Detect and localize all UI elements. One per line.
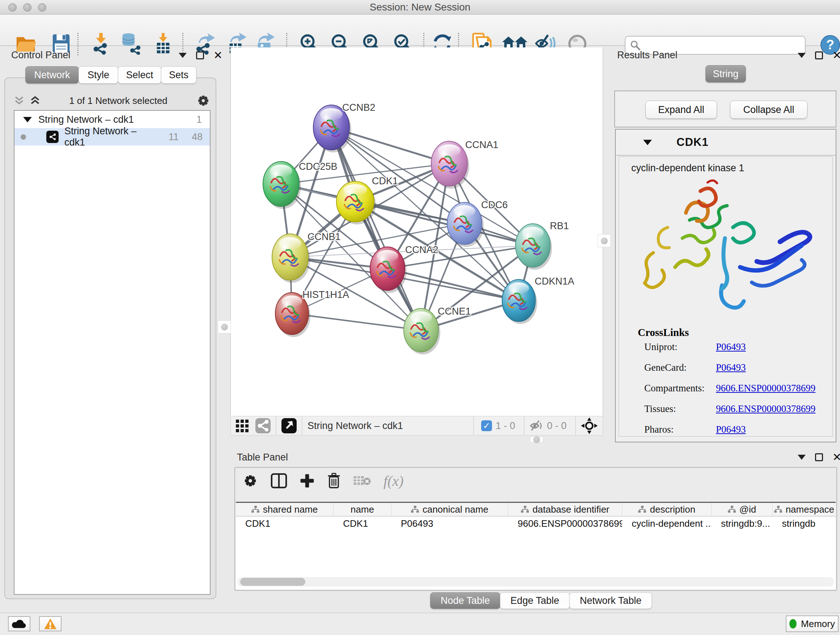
status-bar: Memory — [0, 613, 840, 635]
add-column-icon[interactable] — [300, 473, 315, 488]
show-columns-icon[interactable] — [271, 473, 287, 489]
network-edge-HIST1H1A-CCNE1[interactable] — [292, 314, 421, 330]
tissues-link[interactable]: 9606.ENSP00000378699 — [716, 403, 815, 415]
search-input[interactable] — [641, 40, 805, 51]
uniprot-link[interactable]: P06493 — [716, 341, 746, 353]
network-selection-bar: 1 of 1 Network selected — [14, 91, 210, 110]
cloud-button[interactable] — [8, 616, 30, 631]
table-row[interactable]: CDK1 CDK1 P06493 9606.ENSP00000378699 cy… — [236, 516, 836, 531]
import-table-icon[interactable] — [152, 32, 174, 55]
birdseye-view-icon[interactable] — [235, 418, 249, 433]
protein-name: CDK1 — [676, 136, 708, 149]
close-panel-icon[interactable]: ✕ — [213, 51, 223, 59]
fit-selected-crosshair-icon[interactable] — [581, 417, 598, 434]
node-label-CCNA2: CCNA2 — [405, 244, 439, 255]
column-header[interactable]: shared name — [236, 503, 333, 516]
network-row[interactable]: String Network – cdk1 11 48 — [14, 128, 210, 146]
search-icon — [630, 40, 641, 51]
pharos-link[interactable]: P06493 — [716, 424, 746, 435]
network-node-CCNA2[interactable] — [370, 247, 407, 293]
scrollbar-thumb[interactable] — [240, 578, 305, 586]
tab-select[interactable]: Select — [118, 66, 161, 84]
genecard-link[interactable]: P06493 — [716, 362, 746, 373]
tab-network[interactable]: Network — [25, 66, 79, 84]
node-label-CDC6: CDC6 — [481, 200, 508, 211]
string-share-icon[interactable] — [256, 418, 271, 433]
crosslink-row: Pharos: P06493 — [644, 424, 832, 435]
delete-table-icon[interactable] — [353, 474, 371, 488]
network-node-CDC6[interactable] — [447, 203, 484, 247]
node-count: 11 — [158, 131, 179, 143]
tab-style[interactable]: Style — [79, 66, 118, 84]
protein-description: cyclin-dependent kinase 1 — [619, 157, 832, 174]
crosslink-row: Compartments: 9606.ENSP00000378699 — [644, 383, 832, 394]
column-header[interactable]: namespace — [773, 503, 836, 516]
results-panel-title: Results Panel — [617, 50, 677, 61]
network-node-RB1[interactable] — [515, 224, 552, 270]
float-panel-icon[interactable] — [179, 53, 187, 58]
float-panel-icon[interactable] — [798, 455, 806, 460]
network-node-CDK1[interactable] — [336, 181, 376, 225]
column-header[interactable]: @id — [712, 503, 772, 516]
crosslink-label: GeneCard: — [644, 362, 716, 373]
compartments-link[interactable]: 9606.ENSP00000378699 — [716, 383, 815, 394]
expand-all-button[interactable]: Expand All — [645, 101, 717, 119]
import-network-from-database-icon[interactable] — [119, 32, 142, 55]
right-splitter-handle[interactable] — [598, 234, 611, 247]
disclosure-triangle-icon[interactable] — [23, 117, 32, 122]
horizontal-scrollbar[interactable] — [237, 577, 834, 586]
tab-edge-table[interactable]: Edge Table — [500, 592, 570, 609]
maximize-panel-icon[interactable] — [196, 51, 204, 59]
horizontal-splitter-handle[interactable] — [530, 437, 543, 442]
column-header[interactable]: name — [333, 503, 392, 516]
node-label-CDK1: CDK1 — [372, 176, 398, 187]
tab-node-table[interactable]: Node Table — [430, 592, 500, 609]
network-node-CDKN1A[interactable] — [502, 279, 537, 324]
table-gear-icon[interactable] — [242, 473, 258, 489]
protein-structure-image — [632, 177, 820, 321]
node-label-CDC25B: CDC25B — [299, 161, 338, 172]
selected-counts: 1 - 0 — [496, 420, 515, 432]
left-splitter-handle[interactable] — [218, 320, 231, 333]
network-view-title: String Network – cdk1 — [308, 420, 468, 432]
column-header[interactable]: description — [622, 503, 712, 516]
control-panel-title: Control Panel — [11, 50, 71, 61]
memory-button[interactable]: Memory — [786, 616, 838, 632]
collapse-protein-icon[interactable] — [643, 140, 652, 145]
close-panel-icon[interactable]: ✕ — [832, 453, 840, 461]
column-header[interactable]: canonical name — [392, 503, 508, 516]
export-view-icon[interactable] — [281, 418, 297, 433]
maximize-panel-icon[interactable] — [815, 453, 823, 461]
close-panel-icon[interactable]: ✕ — [832, 51, 840, 59]
delete-column-icon[interactable] — [327, 473, 341, 489]
collapse-all-button[interactable]: Collapse All — [730, 101, 807, 119]
float-panel-icon[interactable] — [798, 53, 806, 58]
collapse-all-chevron-icon[interactable] — [14, 96, 25, 105]
crosslink-label: Tissues: — [644, 403, 716, 415]
function-builder-icon[interactable]: f(x) — [384, 472, 404, 489]
column-header[interactable]: database identifier — [508, 503, 622, 516]
network-status-dot — [21, 134, 26, 140]
tab-network-table[interactable]: Network Table — [569, 592, 652, 609]
table-panel: f(x) shared name name canonical name dat… — [234, 467, 837, 591]
tab-string[interactable]: String — [706, 65, 746, 82]
network-node-CCNB1[interactable] — [272, 234, 310, 283]
warnings-button[interactable] — [39, 616, 62, 631]
gear-icon[interactable] — [196, 93, 210, 108]
network-node-CCNA1[interactable] — [431, 141, 469, 188]
import-network-icon[interactable] — [90, 32, 112, 55]
expand-all-chevron-icon[interactable] — [30, 96, 41, 105]
tab-sets[interactable]: Sets — [161, 66, 196, 84]
selected-checkbox[interactable]: ✓ — [481, 420, 492, 431]
network-view-toolbar: String Network – cdk1 ✓ 1 - 0 0 - 0 — [231, 416, 603, 435]
warning-icon — [44, 618, 57, 630]
cloud-icon — [12, 619, 27, 629]
network-canvas[interactable]: CCNB2CCNA1CDC25BCDK1CDC6RB1CCNB1CCNA2CDK… — [231, 48, 603, 416]
crosslink-label: Pharos: — [644, 424, 716, 435]
maximize-panel-icon[interactable] — [815, 51, 823, 59]
protein-header-row[interactable]: CDK1 — [616, 130, 836, 156]
node-label-HIST1H1A: HIST1H1A — [302, 289, 349, 300]
protein-result-card: CDK1 cyclin-dependent kinase 1 — [615, 129, 836, 442]
network-node-CCNE1[interactable] — [404, 309, 440, 355]
hidden-eye-icon[interactable] — [530, 420, 543, 432]
